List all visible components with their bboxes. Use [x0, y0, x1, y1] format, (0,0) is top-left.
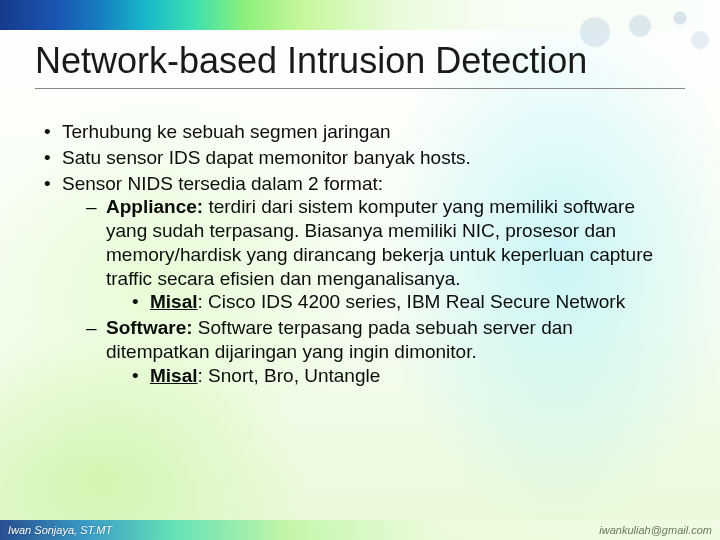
subbullet-item: Appliance: terdiri dari sistem komputer … — [80, 195, 680, 314]
footer-author: Iwan Sonjaya, ST.MT — [8, 524, 112, 536]
bullet-text: Terhubung ke sebuah segmen jaringan — [62, 121, 391, 142]
subsubbullet-item: Misal: Snort, Bro, Untangle — [124, 364, 680, 388]
bullet-text: Satu sensor IDS dapat memonitor banyak h… — [62, 147, 471, 168]
bullet-item: Terhubung ke sebuah segmen jaringan — [40, 120, 680, 144]
slide-body: Terhubung ke sebuah segmen jaringan Satu… — [40, 120, 680, 389]
subbullet-lead: Software: — [106, 317, 193, 338]
subsubbullet-item: Misal: Cisco IDS 4200 series, IBM Real S… — [124, 290, 680, 314]
subbullet-item: Software: Software terpasang pada sebuah… — [80, 316, 680, 387]
subsubbullet-text: : Cisco IDS 4200 series, IBM Real Secure… — [198, 291, 626, 312]
subsubbullet-lead: Misal — [150, 365, 198, 386]
subsubbullet-lead: Misal — [150, 291, 198, 312]
bullet-item: Satu sensor IDS dapat memonitor banyak h… — [40, 146, 680, 170]
subbullet-lead: Appliance: — [106, 196, 203, 217]
slide-footer: Iwan Sonjaya, ST.MT iwankuliah@gmail.com — [0, 520, 720, 540]
bullet-item: Sensor NIDS tersedia dalam 2 format: App… — [40, 172, 680, 388]
bullet-text: Sensor NIDS tersedia dalam 2 format: — [62, 173, 383, 194]
subsubbullet-text: : Snort, Bro, Untangle — [198, 365, 381, 386]
slide-title: Network-based Intrusion Detection — [35, 40, 685, 89]
footer-email: iwankuliah@gmail.com — [599, 524, 712, 536]
